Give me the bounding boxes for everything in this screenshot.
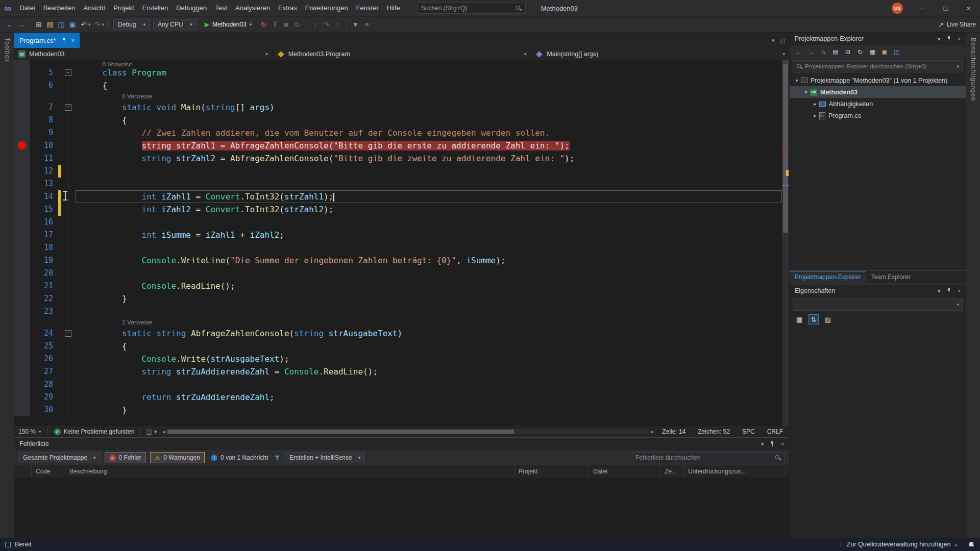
se-refresh-icon[interactable]: ↻: [855, 46, 865, 58]
se-home-icon[interactable]: ⌂: [819, 46, 828, 58]
scroll-right-icon[interactable]: ▶: [649, 430, 656, 434]
tab-list-icon[interactable]: ▾: [772, 37, 775, 44]
user-avatar[interactable]: US: [892, 3, 903, 14]
window-menu-icon[interactable]: ▾: [938, 288, 940, 294]
column-header-icon[interactable]: [14, 465, 32, 478]
restart-icon[interactable]: ↻: [292, 19, 302, 30]
chevron-collapsed-icon[interactable]: ▸: [811, 113, 819, 118]
menu-hilfe[interactable]: Hilfe: [383, 0, 404, 16]
code-line-6[interactable]: 6 {: [14, 79, 782, 92]
code-text[interactable]: }: [76, 404, 782, 416]
fold-margin[interactable]: [61, 216, 76, 229]
code-line-21[interactable]: 21 Console.ReadLine();: [14, 280, 782, 292]
code-line-28[interactable]: 28: [14, 378, 782, 391]
stop-icon[interactable]: ■: [281, 19, 291, 30]
code-text[interactable]: int iSumme = iZahl1 + iZahl2;: [76, 229, 782, 241]
code-text[interactable]: // Zwei Zahlen addieren, die vom Benutze…: [76, 127, 782, 139]
breakpoint-margin[interactable]: [14, 229, 30, 241]
code-text[interactable]: static void Main(string[] args): [76, 101, 782, 114]
float-window-icon[interactable]: ◫: [780, 37, 785, 44]
global-search-input[interactable]: [421, 5, 516, 12]
code-line-26[interactable]: 26 Console.Write(strAusgabeText);: [14, 353, 782, 365]
collapse-toggle-icon[interactable]: −: [65, 69, 71, 76]
document-health-indicator[interactable]: ✓ Keine Probleme gefunden: [50, 428, 139, 435]
zoom-level-dropdown[interactable]: 150 % ▾: [14, 428, 45, 435]
code-text[interactable]: Console.ReadLine();: [76, 280, 782, 292]
tree-item-projektmappe-methoden03-1-von-1-projekten[interactable]: ▾Projektmappe "Methoden03" (1 von 1 Proj…: [790, 74, 966, 86]
breakpoint-margin[interactable]: [14, 92, 30, 101]
column-header-projekt[interactable]: Projekt: [514, 465, 589, 478]
tab-program-cs[interactable]: Program.cs* ×: [14, 33, 80, 48]
start-debugging-button[interactable]: ▶ Methoden03 ▾: [201, 19, 256, 30]
minimize-button[interactable]: –: [911, 0, 934, 16]
background-tasks-icon[interactable]: [5, 542, 11, 547]
fold-margin[interactable]: [61, 241, 76, 254]
menu-extras[interactable]: Extras: [274, 0, 301, 16]
error-list-search-box[interactable]: [632, 452, 785, 463]
se-collapse-all-icon[interactable]: ⊟: [843, 46, 852, 58]
se-forward-icon[interactable]: →: [806, 46, 816, 58]
se-switch-views-icon[interactable]: ▤: [831, 46, 840, 58]
fold-margin[interactable]: [61, 353, 76, 365]
se-show-all-files-icon[interactable]: ▦: [868, 46, 877, 58]
breakpoint-margin[interactable]: [14, 216, 30, 229]
code-line-8[interactable]: 8 {: [14, 114, 782, 127]
fold-margin[interactable]: [61, 305, 76, 318]
breakpoint-margin[interactable]: [14, 365, 30, 378]
code-line-13[interactable]: 13: [14, 178, 782, 190]
errors-filter-button[interactable]: × 0 Fehler: [105, 452, 146, 463]
breakpoint-margin[interactable]: [14, 127, 30, 139]
breakpoint-margin[interactable]: [14, 404, 30, 416]
menu-ansicht[interactable]: Ansicht: [80, 0, 110, 16]
column-header-code[interactable]: Code: [32, 465, 65, 478]
break-all-icon[interactable]: ‖: [270, 19, 280, 30]
warnings-filter-button[interactable]: ⚠ 0 Warnungen: [150, 452, 205, 463]
notifications-tab[interactable]: Benachrichtigungen: [970, 38, 977, 101]
redo-icon-dropdown[interactable]: ▾: [102, 22, 105, 27]
code-lines[interactable]: 0 Verweise5− class Program6 {0 Verweise7…: [14, 60, 782, 416]
fold-margin[interactable]: [61, 404, 76, 416]
close-button[interactable]: ×: [957, 0, 980, 16]
breakpoint-margin[interactable]: [14, 378, 30, 391]
codelens-references[interactable]: 0 Verweise: [122, 92, 152, 101]
menu-datei[interactable]: Datei: [15, 0, 39, 16]
code-line-18[interactable]: 18: [14, 241, 782, 254]
toggle-bookmark-icon[interactable]: ▼: [350, 19, 360, 30]
menu-fenster[interactable]: Fenster: [352, 0, 383, 16]
fold-margin[interactable]: [61, 340, 76, 353]
fold-margin[interactable]: [61, 203, 76, 216]
code-line-11[interactable]: 11 string strZahl2 = AbfrageZahlenConsol…: [14, 152, 782, 165]
step-out-icon[interactable]: ↑: [332, 19, 342, 30]
codelens-references[interactable]: 2 Verweise: [122, 318, 152, 327]
se-properties-icon[interactable]: ▣: [880, 46, 889, 58]
breakpoint-margin[interactable]: [14, 114, 30, 127]
breakpoint-margin[interactable]: [14, 152, 30, 165]
fold-margin[interactable]: [61, 79, 76, 92]
filter-icon[interactable]: [274, 455, 281, 461]
pin-icon[interactable]: [61, 38, 66, 43]
notifications-bell-icon[interactable]: [968, 541, 975, 548]
se-preview-selected-icon[interactable]: ◫: [892, 46, 901, 58]
breakpoint-margin[interactable]: [14, 139, 30, 152]
code-line-25[interactable]: 25 {: [14, 340, 782, 353]
hot-reload-icon[interactable]: ↻: [258, 19, 268, 30]
error-list-search-input[interactable]: [635, 454, 775, 461]
fold-margin[interactable]: [61, 190, 76, 203]
undo-icon[interactable]: ↶: [79, 19, 89, 30]
open-file-icon[interactable]: ▤: [45, 19, 55, 30]
save-icon[interactable]: ◫: [56, 19, 66, 30]
breakpoint-margin[interactable]: [14, 66, 30, 79]
scroll-left-icon[interactable]: ◀: [160, 430, 167, 434]
code-line-16[interactable]: 16: [14, 216, 782, 229]
se-back-icon[interactable]: ←: [794, 46, 803, 58]
code-text[interactable]: [76, 165, 782, 178]
code-text[interactable]: [76, 267, 782, 280]
code-editor[interactable]: 0 Verweise5− class Program6 {0 Verweise7…: [14, 60, 789, 426]
new-project-icon[interactable]: ⊞: [34, 19, 44, 30]
code-text[interactable]: static string AbfrageZahlenConsole(strin…: [76, 327, 782, 340]
code-line-5[interactable]: 5− class Program: [14, 66, 782, 79]
code-line-29[interactable]: 29 return strZuAddierendeZahl;: [14, 391, 782, 404]
navigate-back-icon[interactable]: ←: [5, 19, 15, 30]
breakpoint-margin[interactable]: [14, 292, 30, 305]
code-text[interactable]: }: [76, 292, 782, 305]
